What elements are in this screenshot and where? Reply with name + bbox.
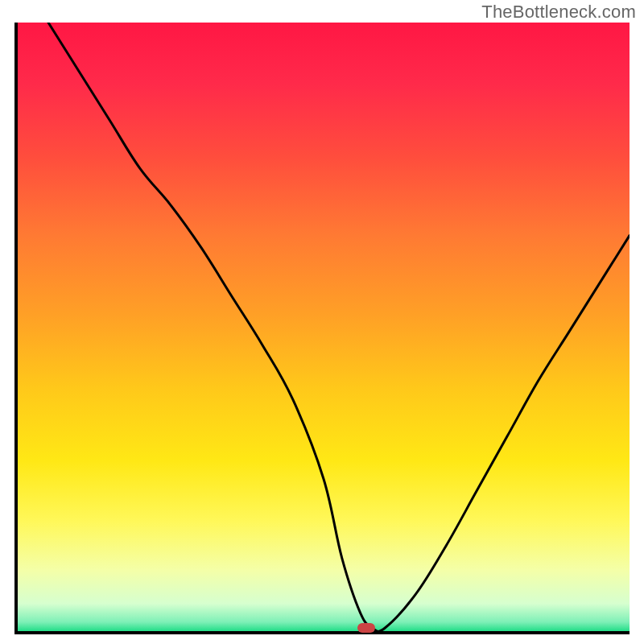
gradient-background (18, 23, 630, 631)
watermark-text: TheBottleneck.com (481, 2, 636, 23)
plot-frame (14, 23, 630, 634)
chart-container: TheBottleneck.com (0, 0, 644, 644)
plot-area (18, 23, 630, 631)
chart-svg (18, 23, 630, 631)
optimal-point-marker (357, 623, 375, 633)
